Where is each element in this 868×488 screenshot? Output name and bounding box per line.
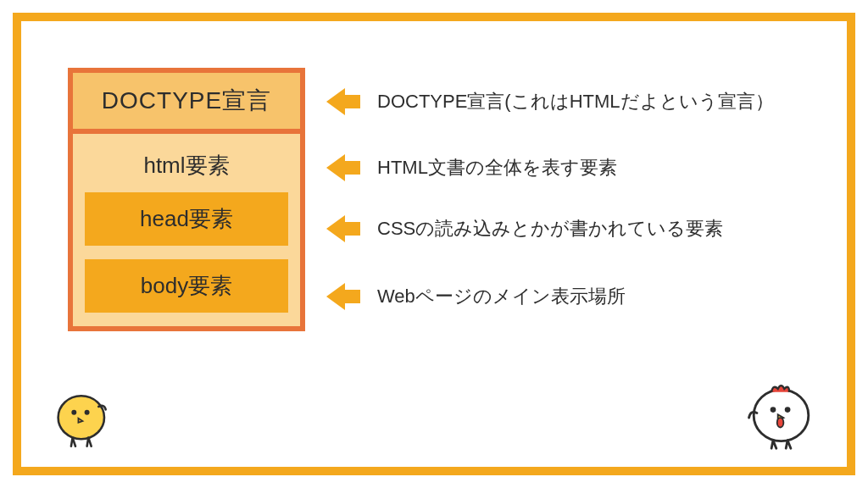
annotation-doctype: DOCTYPE宣言(これはHTMLだよという宣言） <box>326 89 774 114</box>
html-element-label: html要素 <box>85 142 288 192</box>
annotation-head: CSSの読み込みとかが書かれている要素 <box>326 216 723 241</box>
head-element-box: head要素 <box>85 192 288 246</box>
svg-point-6 <box>777 418 784 427</box>
annotation-text: DOCTYPE宣言(これはHTMLだよという宣言） <box>377 89 774 114</box>
doctype-label: DOCTYPE宣言 <box>102 87 271 114</box>
doctype-box: DOCTYPE宣言 <box>73 73 300 134</box>
chick-character-icon <box>47 378 119 450</box>
svg-point-0 <box>58 396 104 439</box>
svg-point-1 <box>71 410 76 415</box>
chicken-character-icon <box>741 371 821 452</box>
annotation-body: Webページのメイン表示場所 <box>326 284 626 309</box>
svg-point-3 <box>754 390 809 441</box>
html-container-box: html要素 head要素 body要素 <box>73 134 300 326</box>
body-element-label: body要素 <box>141 273 232 298</box>
svg-point-5 <box>785 407 791 413</box>
structure-diagram: DOCTYPE宣言 html要素 head要素 body要素 <box>68 68 305 331</box>
head-element-label: head要素 <box>140 206 233 231</box>
annotation-text: Webページのメイン表示場所 <box>377 284 626 309</box>
page-frame: DOCTYPE宣言 html要素 head要素 body要素 DOCTYPE宣言… <box>13 13 855 475</box>
svg-point-4 <box>771 407 776 413</box>
body-element-box: body要素 <box>85 259 288 313</box>
annotation-html: HTML文書の全体を表す要素 <box>326 155 617 180</box>
annotation-text: CSSの読み込みとかが書かれている要素 <box>377 216 723 241</box>
annotation-text: HTML文書の全体を表す要素 <box>377 155 617 180</box>
svg-point-2 <box>85 410 90 415</box>
